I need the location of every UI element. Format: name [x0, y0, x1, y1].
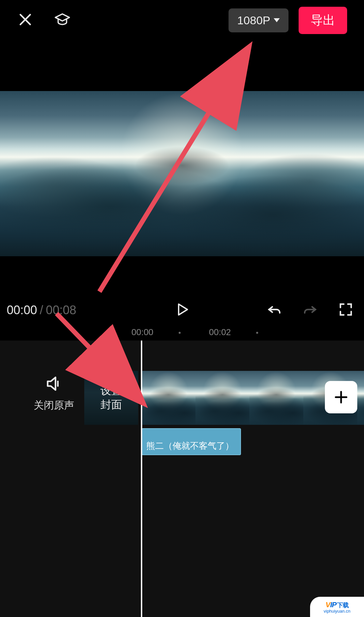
watermark-url: viphuiyuan.cn [324, 609, 351, 614]
redo-button[interactable] [302, 301, 318, 319]
ruler-dot [179, 332, 181, 334]
current-time: 00:00 [7, 303, 37, 317]
timeline-ruler[interactable]: 00:00 00:02 [0, 327, 364, 341]
header-left [17, 11, 71, 29]
undo-button[interactable] [266, 301, 282, 319]
watermark-brand: VIP下载 [326, 600, 348, 609]
mute-label: 关闭原声 [27, 399, 81, 412]
time-separator: / [40, 303, 43, 317]
tutorial-icon[interactable] [54, 11, 71, 29]
set-cover-button[interactable]: 设置 封面 [84, 371, 138, 425]
header-right: 1080P 导出 [229, 7, 347, 34]
caption-clip[interactable]: 熊二（俺就不客气了） [142, 428, 241, 455]
close-icon[interactable] [17, 11, 34, 29]
ruler-dot [256, 332, 258, 334]
clip-thumbnail[interactable] [357, 371, 364, 425]
ruler-tick: 00:02 [209, 327, 231, 337]
export-label: 导出 [311, 13, 335, 27]
ruler-tick: 00:00 [131, 327, 153, 337]
playback-bar: 00:00 / 00:08 [0, 297, 364, 324]
timeline[interactable]: 关闭原声 设置 封面 熊二（俺就不客气了） [0, 341, 364, 617]
header-bar: 1080P 导出 [0, 0, 364, 40]
cover-label: 设置 封面 [100, 384, 122, 412]
fullscreen-button[interactable] [338, 301, 354, 319]
chevron-down-icon [274, 18, 280, 22]
total-time: 00:08 [46, 303, 76, 317]
play-button[interactable] [174, 301, 190, 319]
clip-thumbnail[interactable] [249, 371, 303, 425]
playhead[interactable] [141, 341, 142, 617]
resolution-button[interactable]: 1080P [229, 8, 289, 32]
clip-thumbnail[interactable] [142, 371, 195, 425]
preview-frame [0, 91, 364, 256]
video-preview[interactable] [0, 91, 364, 256]
export-button[interactable]: 导出 [299, 7, 347, 34]
mute-original-audio[interactable]: 关闭原声 [27, 374, 81, 412]
playback-right [266, 301, 354, 319]
watermark: VIP下载 viphuiyuan.cn [310, 597, 364, 617]
add-clip-button[interactable] [325, 381, 357, 413]
caption-text: 熊二（俺就不客气了） [146, 440, 234, 452]
clip-thumbnail[interactable] [195, 371, 249, 425]
resolution-label: 1080P [237, 14, 270, 27]
